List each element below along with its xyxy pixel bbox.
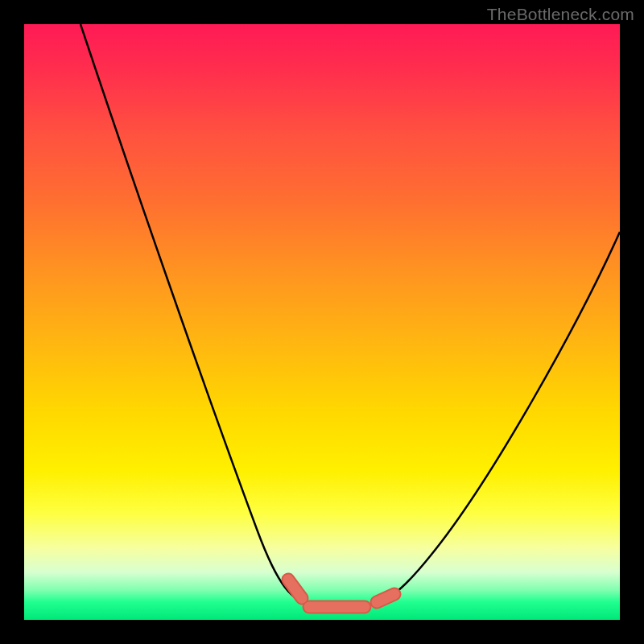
watermark-text: TheBottleneck.com	[487, 5, 634, 24]
bottleneck-curve	[80, 24, 620, 609]
plot-area	[24, 24, 620, 620]
curve-layer	[24, 24, 620, 620]
svg-line-0	[288, 580, 302, 598]
chart-frame: TheBottleneck.com	[0, 0, 644, 644]
svg-line-2	[377, 594, 394, 602]
